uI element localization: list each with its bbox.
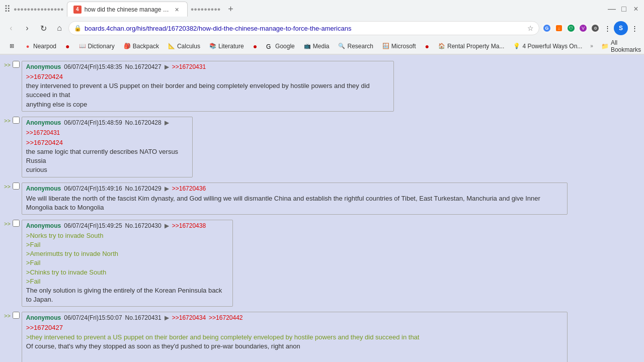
post-header-16720429: Anonymous 06/07/24(Fri)15:49:16 No.16720… (26, 185, 563, 192)
post-expand-16720430[interactable]: >> (4, 220, 11, 227)
bookmark-red3[interactable]: ● (421, 41, 433, 51)
bookmark-google[interactable]: G Google (262, 42, 299, 51)
post-time-16720428: 06/07/24(Fri)15:48:59 (64, 119, 122, 126)
post-container-16720430: >> Anonymous 06/07/24(Fri)15:49:25 No.16… (4, 218, 640, 310)
post-reply-btn-16720430[interactable]: ▶ (165, 222, 169, 229)
post-checkbox-16720429[interactable] (13, 183, 20, 190)
post-header-16720427: Anonymous 06/07/24(Fri)15:48:35 No.16720… (26, 63, 389, 70)
ext-icon-2[interactable]: ↓ (553, 23, 565, 34)
post-expand-16720429[interactable]: >> (4, 183, 11, 190)
post-reply-link-16720428[interactable]: >>16720431 (26, 129, 60, 136)
post-body-16720428: >>16720424 the same logic that currently… (26, 138, 188, 175)
post-container-16720427: >> Anonymous 06/07/24(Fri)15:48:35 No.16… (4, 59, 640, 115)
post-row-16720430: >> Anonymous 06/07/24(Fri)15:49:25 No.16… (4, 220, 640, 307)
greentext-16720430-1: >Norks try to invade South (26, 231, 228, 240)
bookmark-4ways-label: 4 Powerful Ways On... (522, 43, 582, 50)
post-container-16720431: >> Anonymous 06/07/24(Fri)15:50:07 No.16… (4, 310, 640, 362)
post-reply-btn-16720427[interactable]: ▶ (165, 63, 169, 70)
post-reply-btn-16720429[interactable]: ▶ (165, 185, 169, 192)
tab-title: how did the chinese manage to force the … (85, 6, 170, 13)
greentext-16720430-6: >Fail (26, 277, 228, 286)
post-expand-16720428[interactable]: >> (4, 117, 11, 124)
back-button[interactable]: ‹ (4, 21, 18, 35)
bookmark-apps[interactable]: ⊞ (4, 42, 19, 51)
bookmark-nearpod-label: Nearpod (33, 43, 56, 50)
post-ref-16720424b[interactable]: >>16720424 (26, 139, 63, 146)
bookmarks-more-button[interactable]: » (587, 42, 596, 50)
bookmark-star-icon[interactable]: ☆ (527, 24, 534, 32)
bookmark-rental[interactable]: 🏠 Rental Property Ma... (434, 42, 508, 51)
ext-icon-4[interactable]: V (578, 23, 589, 34)
backpack-icon: 🎒 (124, 43, 131, 50)
post-block-16720429: Anonymous 06/07/24(Fri)15:49:16 No.16720… (22, 183, 568, 215)
post-header-16720430: Anonymous 06/07/24(Fri)15:49:25 No.16720… (26, 222, 228, 229)
post-checkbox-16720431[interactable] (13, 312, 20, 319)
post-expand-16720431[interactable]: >> (4, 312, 11, 319)
bookmark-microsoft[interactable]: 🪟 Microsoft (378, 42, 420, 51)
svg-text:V: V (582, 26, 585, 31)
post-checkbox-16720430[interactable] (13, 220, 20, 227)
bookmark-dictionary[interactable]: 📖 Dictionary (75, 42, 119, 51)
bookmark-media[interactable]: 📺 Media (300, 42, 334, 51)
post-text-16720427-2: anything else is cope (26, 100, 389, 109)
greentext-16720430-4: >Fail (26, 258, 228, 267)
post-time-16720430: 06/07/24(Fri)15:49:25 (64, 222, 122, 229)
tab-close-button[interactable]: × (173, 6, 181, 14)
new-tab-button[interactable]: + (223, 2, 237, 16)
profile-button[interactable]: S (614, 21, 628, 35)
post-name-16720429: Anonymous (26, 185, 61, 192)
home-button[interactable]: ⌂ (52, 21, 66, 35)
ext-more-button[interactable]: ⋮ (602, 23, 613, 34)
minimize-button[interactable]: — (608, 5, 616, 13)
post-reply-btn-16720428[interactable]: ▶ (165, 119, 169, 126)
ext-icon-5[interactable]: ⚙ (590, 23, 601, 34)
post-row-16720428: >> Anonymous 06/07/24(Fri)15:48:59 No.16… (4, 117, 640, 177)
bookmark-literature-label: Literature (218, 43, 244, 50)
bookmark-red2[interactable]: ● (249, 41, 261, 51)
post-name-16720428: Anonymous (26, 119, 61, 126)
all-bookmarks-button[interactable]: 📁 All Bookmarks (597, 38, 644, 54)
post-reply-link-16720427[interactable]: >>16720431 (172, 63, 206, 70)
close-button[interactable]: × (632, 5, 640, 13)
bookmark-red1[interactable]: ● (61, 41, 73, 51)
address-bar[interactable]: 🔒 boards.4chan.org/his/thread/16720382/h… (68, 21, 539, 35)
post-checkbox-16720428[interactable] (13, 117, 20, 124)
extension-icons: G ↓ 🛡 V ⚙ ⋮ S ⋮ (541, 21, 640, 35)
post-ref-16720424a[interactable]: >>16720424 (26, 73, 63, 80)
post-expand-16720427[interactable]: >> (4, 61, 11, 68)
bookmark-calculus[interactable]: 📐 Calculus (164, 42, 204, 51)
post-reply-link-16720431b[interactable]: >>16720442 (209, 314, 243, 321)
reload-button[interactable]: ↻ (36, 21, 50, 35)
post-container-16720428: >> Anonymous 06/07/24(Fri)15:48:59 No.16… (4, 115, 640, 180)
active-tab[interactable]: 4 how did the chinese manage to force th… (67, 2, 188, 17)
dictionary-icon: 📖 (79, 43, 86, 50)
post-reply-link-16720430[interactable]: >>16720438 (172, 222, 206, 229)
post-reply-link-16720431a[interactable]: >>16720434 (172, 314, 206, 321)
bookmark-research[interactable]: 🔍 Research (334, 42, 377, 51)
literature-icon: 📚 (209, 43, 216, 50)
post-header-16720428: Anonymous 06/07/24(Fri)15:48:59 No.16720… (26, 119, 188, 136)
maximize-button[interactable]: □ (620, 5, 628, 13)
bookmark-nearpod[interactable]: ● Nearpod (20, 42, 60, 51)
chrome-menu-button[interactable]: ⋮ (629, 23, 640, 34)
post-text-16720428-2: curious (26, 165, 188, 174)
post-header-16720431: Anonymous 06/07/24(Fri)15:50:07 No.16720… (26, 314, 563, 321)
svg-text:↓: ↓ (558, 26, 560, 31)
bookmark-literature[interactable]: 📚 Literature (205, 42, 248, 51)
post-row-16720427: >> Anonymous 06/07/24(Fri)15:48:35 No.16… (4, 61, 640, 112)
inactive-tabs: ●●●●●●●●●●●●●●● (14, 6, 64, 12)
bookmark-backpack[interactable]: 🎒 Backpack (120, 42, 163, 51)
post-no-16720427: No.16720427 (125, 63, 162, 70)
post-reply-link-16720429[interactable]: >>16720436 (172, 185, 206, 192)
all-bookmarks-label: All Bookmarks (611, 39, 641, 53)
post-reply-btn-16720431[interactable]: ▶ (165, 314, 169, 321)
post-no-16720430: No.16720430 (125, 222, 162, 229)
post-checkbox-16720427[interactable] (13, 61, 20, 68)
post-ref-16720427[interactable]: >>16720427 (26, 324, 63, 331)
ext-icon-3[interactable]: 🛡 (566, 23, 577, 34)
bookmark-4ways[interactable]: 💡 4 Powerful Ways On... (509, 42, 586, 51)
rental-icon: 🏠 (438, 43, 445, 50)
post-container-16720429: >> Anonymous 06/07/24(Fri)15:49:16 No.16… (4, 180, 640, 218)
ext-icon-1[interactable]: G (541, 23, 552, 34)
forward-button[interactable]: › (20, 21, 34, 35)
